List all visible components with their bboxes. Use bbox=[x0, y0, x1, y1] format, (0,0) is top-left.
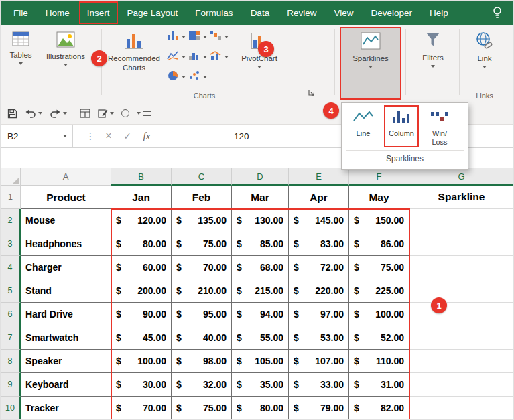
amount-cell[interactable]: $75.00 bbox=[172, 232, 232, 256]
header-cell-feb[interactable]: Feb bbox=[172, 186, 232, 209]
amount-cell[interactable]: $55.00 bbox=[232, 326, 289, 350]
amount-cell[interactable]: $33.00 bbox=[289, 373, 349, 397]
insert-pie-chart-button[interactable] bbox=[167, 70, 186, 84]
product-cell[interactable]: Mouse bbox=[21, 209, 111, 232]
header-cell-mar[interactable]: Mar bbox=[232, 186, 289, 209]
amount-cell[interactable]: $31.00 bbox=[349, 373, 409, 397]
insert-column-chart-button[interactable] bbox=[167, 30, 186, 44]
product-cell[interactable]: Charger bbox=[21, 256, 111, 279]
filters-button[interactable]: Filters bbox=[411, 27, 455, 99]
amount-cell[interactable]: $30.00 bbox=[111, 373, 172, 397]
amount-cell[interactable]: $70.00 bbox=[111, 397, 172, 420]
tab-formulas[interactable]: Formulas bbox=[186, 1, 241, 25]
product-cell[interactable]: Hard Drive bbox=[21, 303, 111, 326]
qat-customize-button[interactable] bbox=[137, 111, 151, 116]
column-header-d[interactable]: D bbox=[232, 168, 289, 186]
product-cell[interactable]: Stand bbox=[21, 279, 111, 303]
insert-scatter-chart-button[interactable] bbox=[188, 70, 207, 84]
amount-cell[interactable]: $97.00 bbox=[289, 303, 349, 326]
amount-cell[interactable]: $135.00 bbox=[172, 209, 232, 232]
tab-data[interactable]: Data bbox=[242, 1, 279, 25]
amount-cell[interactable]: $85.00 bbox=[232, 232, 289, 256]
row-number[interactable]: 6 bbox=[1, 303, 21, 326]
amount-cell[interactable]: $107.00 bbox=[289, 350, 349, 373]
sparkline-cell[interactable] bbox=[409, 232, 513, 256]
tables-button[interactable]: Tables bbox=[3, 27, 38, 99]
recommended-charts-button[interactable]: Recommended Charts bbox=[105, 27, 163, 99]
column-header-a[interactable]: A bbox=[21, 168, 111, 186]
product-cell[interactable]: Smartwatch bbox=[21, 326, 111, 350]
tab-help[interactable]: Help bbox=[421, 1, 457, 25]
amount-cell[interactable]: $82.00 bbox=[349, 397, 409, 420]
insert-function-button[interactable]: fx bbox=[139, 125, 155, 147]
header-cell-apr[interactable]: Apr bbox=[289, 186, 349, 209]
row-number[interactable]: 10 bbox=[1, 397, 21, 420]
amount-cell[interactable]: $70.00 bbox=[172, 256, 232, 279]
product-cell[interactable]: Keyboard bbox=[21, 373, 111, 397]
amount-cell[interactable]: $120.00 bbox=[111, 209, 172, 232]
amount-cell[interactable]: $98.00 bbox=[172, 350, 232, 373]
insert-waterfall-chart-button[interactable] bbox=[210, 30, 229, 44]
sparkline-cell[interactable] bbox=[409, 256, 513, 279]
amount-cell[interactable]: $215.00 bbox=[232, 279, 289, 303]
save-button[interactable] bbox=[7, 109, 17, 119]
amount-cell[interactable]: $52.00 bbox=[349, 326, 409, 350]
row-number[interactable]: 2 bbox=[1, 209, 21, 232]
amount-cell[interactable]: $105.00 bbox=[232, 350, 289, 373]
amount-cell[interactable]: $95.00 bbox=[172, 303, 232, 326]
amount-cell[interactable]: $145.00 bbox=[289, 209, 349, 232]
amount-cell[interactable]: $53.00 bbox=[289, 326, 349, 350]
redo-button[interactable] bbox=[50, 109, 67, 118]
amount-cell[interactable]: $75.00 bbox=[172, 397, 232, 420]
sparkline-cell[interactable] bbox=[409, 326, 513, 350]
amount-cell[interactable]: $100.00 bbox=[349, 303, 409, 326]
header-cell-may[interactable]: May bbox=[349, 186, 409, 209]
amount-cell[interactable]: $45.00 bbox=[111, 326, 172, 350]
undo-button[interactable] bbox=[25, 109, 42, 118]
tab-developer[interactable]: Developer bbox=[362, 1, 421, 25]
amount-cell[interactable]: $130.00 bbox=[232, 209, 289, 232]
sparkline-cell[interactable] bbox=[409, 303, 513, 326]
illustrations-button[interactable]: Illustrations bbox=[40, 27, 92, 99]
row-number[interactable]: 4 bbox=[1, 256, 21, 279]
cancel-icon[interactable]: × bbox=[101, 125, 116, 147]
column-header-g[interactable]: G bbox=[409, 168, 513, 186]
column-header-f[interactable]: F bbox=[349, 168, 409, 186]
qat-table-button[interactable] bbox=[80, 109, 90, 118]
amount-cell[interactable]: $75.00 bbox=[349, 256, 409, 279]
amount-cell[interactable]: $80.00 bbox=[232, 397, 289, 420]
insert-combo-chart-button[interactable] bbox=[210, 50, 229, 64]
row-number[interactable]: 1 bbox=[1, 186, 21, 209]
insert-line-chart-button[interactable] bbox=[167, 50, 186, 64]
lightbulb-icon[interactable] bbox=[481, 1, 513, 25]
insert-hierarchy-chart-button[interactable] bbox=[188, 30, 207, 44]
amount-cell[interactable]: $68.00 bbox=[232, 256, 289, 279]
amount-cell[interactable]: $32.00 bbox=[172, 373, 232, 397]
tab-page-layout[interactable]: Page Layout bbox=[119, 1, 187, 25]
row-number[interactable]: 7 bbox=[1, 326, 21, 350]
amount-cell[interactable]: $79.00 bbox=[289, 397, 349, 420]
enter-icon[interactable]: ✓ bbox=[120, 125, 135, 147]
product-cell[interactable]: Headphones bbox=[21, 232, 111, 256]
row-number[interactable]: 9 bbox=[1, 373, 21, 397]
tab-insert[interactable]: Insert bbox=[78, 1, 119, 25]
insert-statistic-chart-button[interactable] bbox=[188, 50, 207, 64]
sparkline-cell[interactable] bbox=[409, 209, 513, 232]
qat-edit-button[interactable] bbox=[98, 109, 114, 118]
sparkline-type-column[interactable]: Column bbox=[385, 107, 417, 146]
amount-cell[interactable]: $220.00 bbox=[289, 279, 349, 303]
amount-cell[interactable]: $90.00 bbox=[111, 303, 172, 326]
amount-cell[interactable]: $94.00 bbox=[232, 303, 289, 326]
tab-view[interactable]: View bbox=[325, 1, 362, 25]
amount-cell[interactable]: $40.00 bbox=[172, 326, 232, 350]
row-number[interactable]: 5 bbox=[1, 279, 21, 303]
qat-circle-button[interactable] bbox=[121, 109, 129, 117]
charts-dialog-launcher[interactable] bbox=[308, 87, 315, 99]
amount-cell[interactable]: $72.00 bbox=[289, 256, 349, 279]
amount-cell[interactable]: $80.00 bbox=[111, 232, 172, 256]
product-cell[interactable]: Speaker bbox=[21, 350, 111, 373]
sparkline-cell[interactable] bbox=[409, 373, 513, 397]
amount-cell[interactable]: $100.00 bbox=[111, 350, 172, 373]
tab-home[interactable]: Home bbox=[37, 1, 78, 25]
amount-cell[interactable]: $150.00 bbox=[349, 209, 409, 232]
